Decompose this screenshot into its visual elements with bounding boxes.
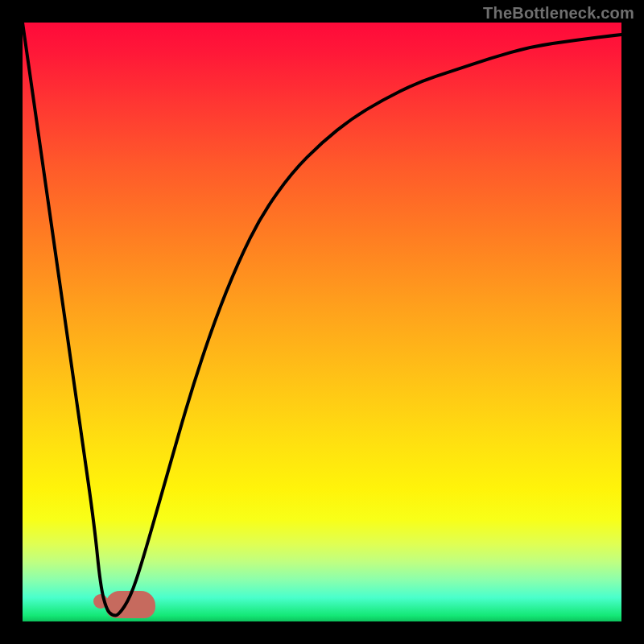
plot-area — [23, 23, 621, 621]
chart-canvas: TheBottleneck.com — [0, 0, 644, 644]
watermark-text: TheBottleneck.com — [483, 5, 634, 21]
bottleneck-curve — [23, 23, 621, 621]
